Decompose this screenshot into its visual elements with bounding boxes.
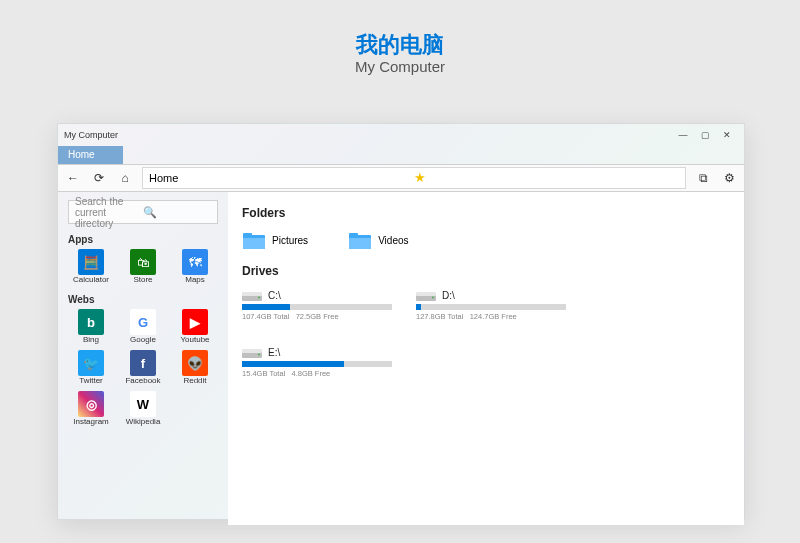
youtube-icon: ▶ <box>182 309 208 335</box>
search-placeholder: Search the current directory <box>75 196 143 229</box>
svg-rect-5 <box>349 238 371 249</box>
sidebar-apps-label: Apps <box>68 234 218 245</box>
app-window: My Computer — ▢ ✕ Home ← ⟳ ⌂ Home ★ ⧉ ⚙ … <box>57 123 745 520</box>
svg-rect-10 <box>416 292 436 296</box>
web-label: Wikipedia <box>126 417 161 426</box>
sidebar-web-google[interactable]: GGoogle <box>120 309 166 344</box>
svg-rect-1 <box>243 233 252 237</box>
folder-videos[interactable]: Videos <box>348 230 408 250</box>
wikipedia-icon: W <box>130 391 156 417</box>
sidebar-web-instagram[interactable]: ◎Instagram <box>68 391 114 426</box>
page-title-en: My Computer <box>0 58 800 75</box>
nav-home-button[interactable]: ⌂ <box>116 171 134 185</box>
window-titlebar: My Computer — ▢ ✕ <box>58 124 744 146</box>
address-text: Home <box>149 168 414 188</box>
sidebar: Search the current directory 🔍 Apps 🧮Cal… <box>58 192 228 525</box>
google-icon: G <box>130 309 156 335</box>
drive-usage-bar <box>242 361 392 367</box>
svg-rect-2 <box>243 238 265 249</box>
svg-point-8 <box>258 297 260 299</box>
folders-heading: Folders <box>242 206 730 220</box>
window-title: My Computer <box>64 130 672 140</box>
facebook-icon: f <box>130 350 156 376</box>
page-title-cn: 我的电脑 <box>0 30 800 60</box>
drive-meta: 15.4GB Total 4.8GB Free <box>242 369 392 378</box>
sidebar-web-twitter[interactable]: 🐦Twitter <box>68 350 114 385</box>
bing-icon: b <box>78 309 104 335</box>
web-label: Reddit <box>183 376 206 385</box>
nav-back-button[interactable]: ← <box>64 171 82 185</box>
sidebar-web-bing[interactable]: bBing <box>68 309 114 344</box>
drive-c[interactable]: C:\107.4GB Total 72.5GB Free <box>242 288 392 321</box>
drive-d[interactable]: D:\127.8GB Total 124.7GB Free <box>416 288 566 321</box>
sidebar-webs-label: Webs <box>68 294 218 305</box>
reddit-icon: 👽 <box>182 350 208 376</box>
address-field[interactable]: Home ★ <box>142 167 686 189</box>
new-window-button[interactable]: ⧉ <box>694 171 712 185</box>
folder-label: Pictures <box>272 235 308 246</box>
svg-rect-13 <box>242 349 262 353</box>
search-input[interactable]: Search the current directory 🔍 <box>68 200 218 224</box>
sidebar-web-reddit[interactable]: 👽Reddit <box>172 350 218 385</box>
sidebar-app-maps[interactable]: 🗺Maps <box>172 249 218 284</box>
drive-usage-bar <box>416 304 566 310</box>
web-label: Google <box>130 335 156 344</box>
search-icon: 🔍 <box>143 206 211 219</box>
settings-button[interactable]: ⚙ <box>720 171 738 185</box>
main-panel: Folders PicturesVideos Drives C:\107.4GB… <box>228 192 744 525</box>
drive-label: D:\ <box>442 290 455 301</box>
web-label: Twitter <box>79 376 103 385</box>
web-label: Youtube <box>180 335 209 344</box>
web-label: Instagram <box>73 417 109 426</box>
store-icon: 🛍 <box>130 249 156 275</box>
maps-icon: 🗺 <box>182 249 208 275</box>
tab-home[interactable]: Home <box>58 146 123 164</box>
sidebar-app-store[interactable]: 🛍Store <box>120 249 166 284</box>
twitter-icon: 🐦 <box>78 350 104 376</box>
drive-icon <box>242 288 262 302</box>
drive-label: C:\ <box>268 290 281 301</box>
address-bar: ← ⟳ ⌂ Home ★ ⧉ ⚙ <box>58 164 744 192</box>
drive-e[interactable]: E:\15.4GB Total 4.8GB Free <box>242 345 392 378</box>
tab-strip: Home <box>58 146 744 164</box>
folder-icon <box>348 230 372 250</box>
svg-rect-4 <box>349 233 358 237</box>
sidebar-web-facebook[interactable]: fFacebook <box>120 350 166 385</box>
favorite-star-icon[interactable]: ★ <box>414 168 679 188</box>
app-label: Maps <box>185 275 205 284</box>
drive-label: E:\ <box>268 347 280 358</box>
window-minimize-button[interactable]: — <box>672 130 694 140</box>
web-label: Facebook <box>125 376 160 385</box>
calculator-icon: 🧮 <box>78 249 104 275</box>
svg-rect-7 <box>242 292 262 296</box>
app-label: Store <box>133 275 152 284</box>
folder-label: Videos <box>378 235 408 246</box>
drive-usage-bar <box>242 304 392 310</box>
app-label: Calculator <box>73 275 109 284</box>
drive-meta: 107.4GB Total 72.5GB Free <box>242 312 392 321</box>
folder-pictures[interactable]: Pictures <box>242 230 308 250</box>
sidebar-app-calculator[interactable]: 🧮Calculator <box>68 249 114 284</box>
nav-refresh-button[interactable]: ⟳ <box>90 171 108 185</box>
drive-meta: 127.8GB Total 124.7GB Free <box>416 312 566 321</box>
drive-icon <box>242 345 262 359</box>
web-label: Bing <box>83 335 99 344</box>
folder-icon <box>242 230 266 250</box>
window-maximize-button[interactable]: ▢ <box>694 130 716 140</box>
svg-point-11 <box>432 297 434 299</box>
instagram-icon: ◎ <box>78 391 104 417</box>
drives-heading: Drives <box>242 264 730 278</box>
svg-point-14 <box>258 354 260 356</box>
sidebar-web-youtube[interactable]: ▶Youtube <box>172 309 218 344</box>
sidebar-web-wikipedia[interactable]: WWikipedia <box>120 391 166 426</box>
window-close-button[interactable]: ✕ <box>716 130 738 140</box>
drive-icon <box>416 288 436 302</box>
